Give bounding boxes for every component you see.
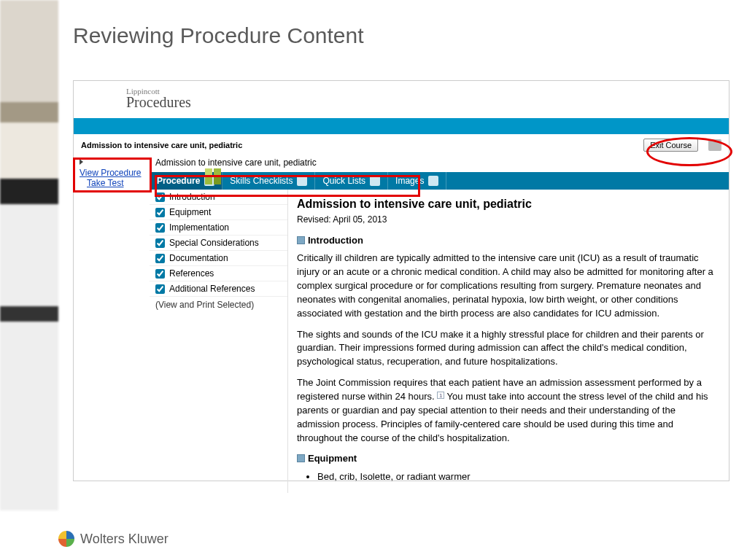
toc-print-link[interactable]: (View and Print Selected) (150, 297, 287, 313)
top-blue-bar (74, 118, 729, 134)
tab-label: Procedure (157, 176, 200, 186)
decorative-side-image (0, 0, 58, 510)
tab-label: Skills Checklists (230, 176, 293, 186)
toc-checkbox[interactable] (155, 223, 165, 233)
toc-checkbox[interactable] (155, 192, 165, 202)
check-icon (297, 176, 307, 186)
print-icon[interactable] (708, 139, 721, 151)
paragraph: The sights and sounds of the ICU make it… (297, 328, 720, 370)
toc-item: References (150, 266, 287, 281)
content-heading: Admission to intensive care unit, pediat… (150, 155, 729, 172)
wolters-kluwer-globe-icon (58, 531, 74, 547)
section-square-icon (297, 454, 305, 462)
left-rail: View Procedure Take Test (74, 155, 150, 493)
list-icon (370, 176, 380, 186)
tab-skills-checklists[interactable]: Skills Checklists (222, 172, 315, 190)
view-procedure-link[interactable]: View Procedure (80, 168, 147, 178)
tab-label: Images (395, 176, 424, 186)
footer-company: Wolters Kluwer (80, 532, 169, 547)
equipment-list: Bed, crib, Isolette, or radiant warmer (317, 470, 720, 484)
image-icon (428, 176, 438, 186)
toc-checkbox[interactable] (155, 284, 165, 294)
toc: Introduction Equipment Implementation Sp… (150, 190, 288, 493)
toc-label[interactable]: Documentation (169, 253, 228, 263)
page-subtitle: Admission to intensive care unit, pediat… (81, 141, 242, 149)
toc-label[interactable]: Introduction (169, 192, 215, 202)
toc-item: Equipment (150, 205, 287, 220)
section-heading-equipment: Equipment (297, 452, 720, 466)
article-title: Admission to intensive care unit, pediat… (297, 195, 720, 212)
slide-footer: Wolters Kluwer (58, 531, 169, 547)
toc-item: Implementation (150, 220, 287, 236)
tab-label: Quick Lists (322, 176, 365, 186)
toc-checkbox[interactable] (155, 208, 165, 217)
section-heading-text: Introduction (308, 235, 363, 246)
tab-images[interactable]: Images (388, 172, 446, 190)
toc-label[interactable]: Implementation (169, 222, 229, 233)
toc-label[interactable]: Additional References (169, 284, 255, 294)
article-body: Admission to intensive care unit, pediat… (288, 190, 729, 493)
tab-bar: Procedure Skills Checklists Quick Lists … (150, 172, 729, 190)
slide-title: Reviewing Procedure Content (73, 23, 364, 48)
toc-checkbox[interactable] (155, 269, 165, 279)
footnote-ref-icon[interactable]: 1 (437, 392, 444, 399)
brand-main-text: Procedures (126, 94, 719, 111)
toc-item: Introduction (150, 190, 287, 205)
article-revised: Revised: April 05, 2013 (297, 214, 720, 226)
toc-label[interactable]: Equipment (169, 207, 211, 217)
toc-item: Documentation (150, 251, 287, 266)
take-test-link[interactable]: Take Test (87, 178, 147, 188)
toc-label[interactable]: Special Considerations (169, 238, 259, 248)
toc-label[interactable]: References (169, 268, 214, 279)
toc-checkbox[interactable] (155, 238, 165, 248)
caret-right-icon (80, 159, 83, 165)
paragraph: Critically ill children are typically ad… (297, 252, 720, 320)
toc-checkbox[interactable] (155, 254, 165, 263)
application-window: Lippincott Procedures Admission to inten… (73, 80, 729, 481)
exit-course-button[interactable]: Exit Course (643, 139, 698, 152)
section-heading-introduction: Introduction (297, 234, 720, 248)
toc-item: Special Considerations (150, 236, 287, 251)
list-item: Bed, crib, Isolette, or radiant warmer (317, 470, 720, 484)
tab-quick-lists[interactable]: Quick Lists (315, 172, 388, 190)
brand-block: Lippincott Procedures (74, 81, 729, 118)
brand-logo-icon (205, 168, 221, 184)
toc-item: Additional References (150, 281, 287, 297)
section-heading-text: Equipment (308, 453, 357, 464)
section-square-icon (297, 236, 305, 244)
paragraph: The Joint Commission requires that each … (297, 376, 720, 445)
